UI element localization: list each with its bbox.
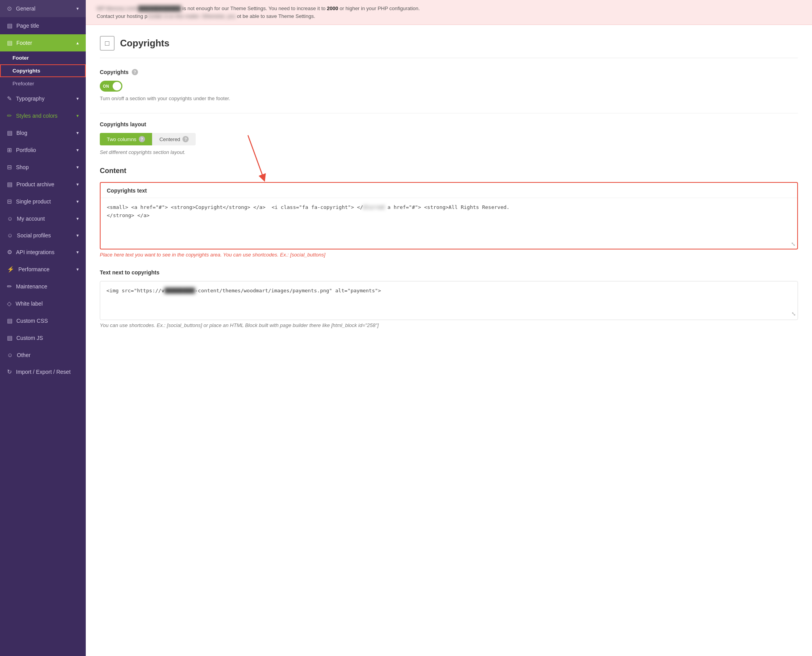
- sidebar-item-footer-sub[interactable]: Footer: [0, 51, 86, 64]
- alert-text: WP Memory Limit ████████████ is not enou…: [97, 5, 420, 11]
- shop-icon: ⊟: [7, 164, 12, 171]
- my-account-icon: ☺: [7, 215, 13, 222]
- text-next-value: <img src="https://v██████████-content/th…: [106, 288, 381, 294]
- copyrights-text-body[interactable]: <small> <a href="#"> <strong>Copyright</…: [101, 198, 797, 249]
- text-next-label: Text next to copyrights: [100, 269, 798, 276]
- toggle-knob: [113, 82, 121, 90]
- sidebar-item-import-export[interactable]: ↻ Import / Export / Reset: [0, 363, 86, 380]
- page-title-icon: ▤: [7, 22, 12, 29]
- toggle-on-label: ON: [103, 84, 109, 88]
- sidebar-item-footer[interactable]: ▤ Footer ▴: [0, 34, 86, 51]
- chevron-icon: ▴: [76, 40, 79, 46]
- text-next-section: Text next to copyrights <img src="https:…: [100, 269, 798, 328]
- product-archive-icon: ▤: [7, 181, 12, 188]
- chevron-icon: ▾: [76, 164, 79, 170]
- chevron-icon: ▾: [76, 6, 79, 11]
- sidebar-item-typography[interactable]: ✎ Typography ▾: [0, 90, 86, 107]
- import-export-icon: ↻: [7, 368, 12, 375]
- copyrights-label: Copyrights ?: [100, 69, 798, 75]
- divider: [100, 113, 798, 113]
- sidebar: ⊙ General ▾ ▤ Page title ▤ Footer ▴ Foot…: [0, 0, 86, 656]
- centered-button[interactable]: Centered ?: [152, 133, 196, 145]
- copyrights-help-icon[interactable]: ?: [132, 69, 138, 75]
- layout-hint: Set different copyrights section layout.: [100, 149, 798, 155]
- sidebar-item-performance[interactable]: ⚡ Performance ▾: [0, 261, 86, 278]
- sidebar-item-white-label[interactable]: ◇ White label: [0, 295, 86, 312]
- page-icon: □: [100, 36, 115, 51]
- custom-css-icon: ▤: [7, 317, 12, 324]
- sidebar-item-prefooter[interactable]: Prefooter: [0, 77, 86, 90]
- layout-section: Copyrights layout Two columns ? Centered…: [100, 121, 798, 155]
- sidebar-item-page-title[interactable]: ▤ Page title: [0, 17, 86, 34]
- page-title: Copyrights: [120, 38, 170, 49]
- copyrights-text-container: Copyrights text <small> <a href="#"> <st…: [100, 182, 798, 249]
- page-header: □ Copyrights: [100, 36, 798, 58]
- other-icon: ☺: [7, 352, 13, 358]
- sidebar-item-single-product[interactable]: ⊟ Single product ▾: [0, 193, 86, 210]
- styles-icon: ✏: [7, 112, 12, 119]
- sidebar-item-api-integrations[interactable]: ⚙ API integrations ▾: [0, 244, 86, 261]
- chevron-icon: ▾: [76, 130, 79, 136]
- sidebar-item-styles-colors[interactable]: ✏ Styles and colors ▾: [0, 107, 86, 124]
- chevron-icon: ▾: [76, 249, 79, 255]
- blog-icon: ▤: [7, 129, 12, 136]
- chevron-icon: ▾: [76, 113, 79, 118]
- two-columns-button[interactable]: Two columns ?: [100, 133, 152, 145]
- footer-icon: ▤: [7, 39, 12, 46]
- sidebar-item-shop[interactable]: ⊟ Shop ▾: [0, 159, 86, 176]
- social-profiles-icon: ☺: [7, 232, 13, 239]
- performance-icon: ⚡: [7, 266, 14, 273]
- alert-banner: WP Memory Limit ████████████ is not enou…: [86, 0, 812, 25]
- chevron-icon: ▾: [76, 267, 79, 272]
- sidebar-item-blog[interactable]: ▤ Blog ▾: [0, 124, 86, 141]
- sidebar-item-copyrights[interactable]: Copyrights: [0, 64, 86, 77]
- sidebar-item-product-archive[interactable]: ▤ Product archive ▾: [0, 176, 86, 193]
- portfolio-icon: ⊞: [7, 147, 12, 154]
- layout-label: Copyrights layout: [100, 121, 798, 127]
- general-icon: ⊙: [7, 5, 12, 12]
- white-label-icon: ◇: [7, 300, 12, 307]
- sidebar-item-social-profiles[interactable]: ☺ Social profiles ▾: [0, 227, 86, 244]
- single-product-icon: ⊟: [7, 198, 12, 205]
- sidebar-item-custom-css[interactable]: ▤ Custom CSS: [0, 312, 86, 329]
- chevron-icon: ▾: [76, 147, 79, 153]
- sidebar-item-maintenance[interactable]: ✏ Maintenance: [0, 278, 86, 295]
- two-columns-help-icon[interactable]: ?: [139, 136, 145, 142]
- sidebar-item-portfolio[interactable]: ⊞ Portfolio ▾: [0, 141, 86, 159]
- chevron-icon: ▾: [76, 96, 79, 101]
- chevron-icon: ▾: [76, 233, 79, 238]
- copyrights-text-hint: Place here text you want to see in the c…: [100, 252, 798, 258]
- api-integrations-icon: ⚙: [7, 249, 12, 256]
- sidebar-item-my-account[interactable]: ☺ My account ▾: [0, 210, 86, 227]
- typography-icon: ✎: [7, 95, 12, 102]
- sidebar-item-other[interactable]: ☺ Other: [0, 347, 86, 363]
- layout-btn-group: Two columns ? Centered ?: [100, 133, 798, 145]
- content-section: Content Copyrights text <small> <a href=…: [100, 167, 798, 258]
- content-title: Content: [100, 167, 798, 175]
- alert-line2: Contact your hosting provider d on this …: [97, 13, 315, 19]
- chevron-icon: ▾: [76, 182, 79, 187]
- resize-handle-2[interactable]: ⤡: [791, 309, 796, 318]
- toggle-hint: Turn on/off a section with your copyrigh…: [100, 95, 798, 101]
- content-area: □ Copyrights Copyrights ? ON Turn on/off…: [86, 25, 812, 656]
- copyrights-text-label: Copyrights text: [101, 183, 797, 198]
- toggle-wrap: ON: [100, 81, 798, 92]
- text-next-box[interactable]: <img src="https://v██████████-content/th…: [100, 281, 798, 320]
- sidebar-item-custom-js[interactable]: ▤ Custom JS: [0, 329, 86, 347]
- maintenance-icon: ✏: [7, 283, 12, 290]
- main-content: WP Memory Limit ████████████ is not enou…: [86, 0, 812, 656]
- text-next-hint: You can use shortcodes. Ex.: [social_but…: [100, 322, 798, 328]
- copyrights-section: Copyrights ? ON Turn on/off a section wi…: [100, 69, 798, 101]
- resize-handle[interactable]: ⤡: [791, 241, 796, 247]
- sidebar-item-general[interactable]: ⊙ General ▾: [0, 0, 86, 17]
- chevron-icon: ▾: [76, 199, 79, 204]
- custom-js-icon: ▤: [7, 334, 12, 341]
- copyright-text-value: <small> <a href="#"> <strong>Copyright</…: [107, 204, 509, 218]
- chevron-icon: ▾: [76, 216, 79, 221]
- centered-help-icon[interactable]: ?: [182, 136, 189, 142]
- copyrights-toggle[interactable]: ON: [100, 81, 122, 92]
